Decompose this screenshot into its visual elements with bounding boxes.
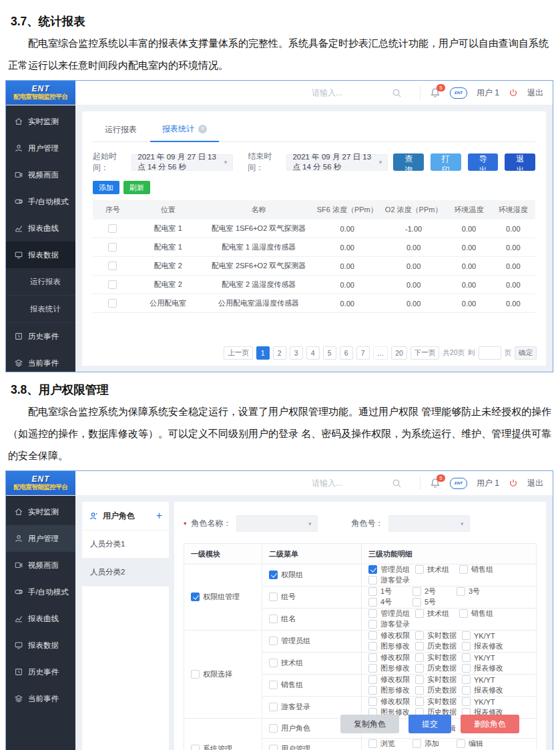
page-button-5[interactable]: 5	[323, 346, 336, 360]
search-input[interactable]	[310, 478, 386, 488]
perm-历史数据[interactable]: 历史数据	[415, 641, 457, 651]
page-confirm-button[interactable]: 确定	[515, 346, 537, 360]
perm-实时数据[interactable]: 实时数据	[415, 653, 457, 663]
checkbox[interactable]	[462, 686, 471, 695]
refresh-button[interactable]: 刷新	[123, 181, 150, 194]
checkbox[interactable]	[108, 262, 117, 270]
role-no-select[interactable]: ▾	[388, 515, 470, 532]
perm-图形修改[interactable]: 图形修改	[368, 641, 410, 651]
tab-报表统计[interactable]: 报表统计×	[150, 118, 219, 142]
start-time-select[interactable]: 2021 年 09 月 27 日 13 点 14 分 56 秒▾	[131, 154, 233, 171]
checkbox[interactable]	[368, 664, 377, 673]
module-系统管理[interactable]: 系统管理	[191, 744, 232, 750]
exit-button[interactable]: 退出	[505, 153, 535, 171]
power-icon[interactable]	[509, 88, 518, 97]
menu-游客登录[interactable]: 游客登录	[269, 702, 310, 712]
avatar[interactable]: ENT	[450, 478, 467, 489]
checkbox[interactable]	[459, 609, 468, 618]
sidebar-item-当前事件[interactable]: 当前事件	[6, 685, 75, 712]
checkbox[interactable]	[269, 703, 278, 711]
sidebar-item-实时监测[interactable]: 实时监测	[6, 498, 75, 525]
perm-图形修改[interactable]: 图形修改	[368, 663, 410, 673]
notifications-bell-icon[interactable]: 5	[430, 87, 441, 98]
perm-2号[interactable]: 2号	[412, 587, 451, 597]
checkbox[interactable]	[108, 299, 117, 308]
module-权限组管理[interactable]: 权限组管理	[191, 592, 240, 602]
sidebar-item-视频画面[interactable]: 视频画面	[6, 161, 75, 188]
logout-button[interactable]: 退出	[527, 87, 543, 99]
checkbox[interactable]	[368, 642, 377, 651]
module-权限选择[interactable]: 权限选择	[191, 669, 232, 679]
prev-page-button[interactable]: 上一页	[224, 346, 253, 360]
perm-5号[interactable]: 5号	[412, 597, 451, 607]
sidebar-item-报表曲线[interactable]: 报表曲线	[6, 605, 75, 632]
checkbox[interactable]	[462, 653, 471, 662]
checkbox[interactable]	[462, 642, 471, 651]
checkbox[interactable]	[415, 675, 424, 684]
search-box[interactable]	[310, 87, 410, 98]
perm-修改权限[interactable]: 修改权限	[368, 697, 410, 707]
print-button[interactable]: 打印	[431, 153, 461, 171]
checkbox[interactable]	[269, 593, 278, 601]
checkbox[interactable]	[269, 659, 278, 667]
checkbox[interactable]	[412, 739, 421, 748]
perm-浏览[interactable]: 浏览	[368, 739, 407, 749]
checkbox[interactable]	[368, 686, 377, 695]
delete-role-button[interactable]: 删除角色	[461, 715, 519, 733]
search-box[interactable]	[310, 478, 410, 488]
checkbox[interactable]	[415, 686, 424, 695]
page-button-7[interactable]: 7	[356, 346, 370, 360]
checkbox[interactable]	[368, 587, 377, 596]
checkbox[interactable]	[368, 565, 377, 574]
checkbox[interactable]	[457, 587, 465, 596]
sidebar-item-用户管理[interactable]: 用户管理	[6, 135, 75, 161]
checkbox[interactable]	[368, 609, 377, 618]
page-button-1[interactable]: 1	[256, 346, 270, 360]
checkbox[interactable]	[108, 224, 117, 233]
menu-用户角色[interactable]: 用户角色	[269, 723, 310, 733]
next-page-button[interactable]: 下一页	[410, 346, 440, 360]
menu-技术组[interactable]: 技术组	[269, 658, 308, 668]
perm-技术组[interactable]: 技术组	[415, 609, 454, 619]
checkbox[interactable]	[412, 598, 421, 607]
sidebar-item-实时监测[interactable]: 实时监测	[6, 108, 75, 135]
perm-3号[interactable]: 3号	[457, 587, 495, 597]
checkbox[interactable]	[269, 571, 278, 579]
checkbox[interactable]	[368, 675, 377, 684]
page-button-3[interactable]: 3	[290, 346, 303, 360]
sidebar-item-报表数据[interactable]: 报表数据	[6, 242, 75, 268]
checkbox[interactable]	[368, 739, 377, 748]
perm-游客登录[interactable]: 游客登录	[368, 619, 410, 629]
perm-修改权限[interactable]: 修改权限	[368, 653, 410, 663]
perm-游客登录[interactable]: 游客登录	[368, 575, 410, 585]
checkbox[interactable]	[269, 637, 278, 645]
menu-管理员组[interactable]: 管理员组	[269, 636, 310, 646]
sidebar-item-视频画面[interactable]: 视频画面	[6, 552, 75, 579]
query-button[interactable]: 查询	[393, 153, 424, 171]
perm-1号[interactable]: 1号	[368, 587, 407, 597]
checkbox[interactable]	[415, 697, 424, 706]
sidebar-item-手/自动模式[interactable]: 手/自动模式	[6, 579, 75, 605]
perm-实时数据[interactable]: 实时数据	[415, 675, 457, 685]
page-button-6[interactable]: 6	[340, 346, 353, 360]
checkbox[interactable]	[415, 565, 424, 574]
checkbox[interactable]	[368, 653, 377, 662]
sidebar-item-报表曲线[interactable]: 报表曲线	[6, 215, 75, 242]
avatar[interactable]: ENT	[450, 87, 467, 99]
tab-运行报表[interactable]: 运行报表	[93, 118, 149, 141]
role-list-item-人员分类2[interactable]: 人员分类2	[82, 558, 169, 587]
add-button[interactable]: 添加	[93, 181, 119, 194]
checkbox[interactable]	[269, 724, 278, 733]
perm-YK/YT[interactable]: YK/YT	[462, 631, 501, 640]
sidebar-item-历史事件[interactable]: 历史事件	[6, 323, 75, 350]
checkbox[interactable]	[108, 243, 117, 252]
search-input[interactable]	[310, 87, 386, 98]
perm-YK/YT[interactable]: YK/YT	[462, 697, 501, 706]
checkbox[interactable]	[415, 631, 424, 640]
checkbox[interactable]	[269, 745, 278, 750]
checkbox[interactable]	[462, 675, 471, 684]
checkbox[interactable]	[462, 697, 471, 706]
checkbox[interactable]	[462, 631, 471, 640]
power-icon[interactable]	[509, 478, 518, 488]
perm-销售组[interactable]: 销售组	[459, 565, 498, 575]
